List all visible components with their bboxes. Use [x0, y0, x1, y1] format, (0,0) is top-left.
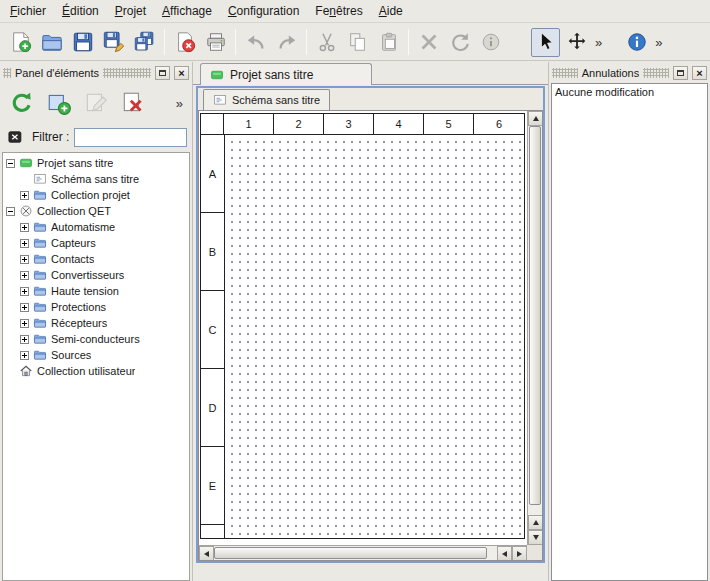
- diagram-canvas[interactable]: [225, 135, 524, 538]
- horizontal-scrollbar[interactable]: [199, 545, 527, 560]
- project-icon: [210, 68, 224, 82]
- toolbar-separator: [235, 29, 236, 55]
- save-all-button[interactable]: [130, 28, 159, 57]
- new-element-button[interactable]: [42, 86, 76, 120]
- expand-icon[interactable]: [20, 223, 29, 232]
- expand-icon[interactable]: [20, 255, 29, 264]
- clear-filter-button[interactable]: [5, 127, 27, 147]
- tree-item-protections[interactable]: Protections: [3, 299, 189, 315]
- home-icon: [19, 364, 33, 378]
- rotate-button[interactable]: [445, 28, 474, 57]
- tree-item-automatisme[interactable]: Automatisme: [3, 219, 189, 235]
- expand-icon[interactable]: [20, 351, 29, 360]
- scroll-left-button-2[interactable]: [497, 546, 512, 561]
- tree-item-convertisseurs[interactable]: Convertisseurs: [3, 267, 189, 283]
- tree-item-capteurs[interactable]: Capteurs: [3, 235, 189, 251]
- elements-toolbar-overflow-button[interactable]: »: [176, 96, 187, 111]
- scroll-left-button[interactable]: [199, 546, 214, 561]
- delete-button[interactable]: [414, 28, 443, 57]
- collapse-icon[interactable]: [6, 207, 15, 216]
- scroll-up-button[interactable]: [528, 111, 543, 126]
- vertical-scrollbar[interactable]: [527, 111, 542, 545]
- new-project-button[interactable]: [6, 28, 35, 57]
- expand-icon[interactable]: [20, 319, 29, 328]
- tree-item-schema-sans-titre[interactable]: Schéma sans titre: [3, 171, 189, 187]
- collapse-icon[interactable]: [6, 159, 15, 168]
- menu-configuration[interactable]: Configuration: [220, 1, 307, 21]
- tree-item-label: Capteurs: [51, 237, 96, 249]
- copy-button[interactable]: [343, 28, 372, 57]
- menu-affichage[interactable]: Affichage: [154, 1, 220, 21]
- delete-element-icon: [120, 90, 146, 116]
- tree-item-semi-conducteurs[interactable]: Semi-conducteurs: [3, 331, 189, 347]
- row-header: B: [201, 213, 224, 291]
- elements-panel-titlebar[interactable]: Panel d'éléments: [0, 64, 192, 82]
- undo-panel-titlebar[interactable]: Annulations: [549, 64, 710, 82]
- tree-item-collection-qet[interactable]: Collection QET: [3, 203, 189, 219]
- tree-item-sources[interactable]: Sources: [3, 347, 189, 363]
- row-header: A: [201, 135, 224, 213]
- reload-collections-button[interactable]: [5, 86, 39, 120]
- scroll-down-button[interactable]: [528, 530, 543, 545]
- close-project-button[interactable]: [170, 28, 199, 57]
- expand-icon[interactable]: [20, 287, 29, 296]
- column-header: 5: [424, 114, 474, 134]
- mode-toolbar-overflow-button[interactable]: »: [592, 28, 605, 57]
- delete-element-button[interactable]: [116, 86, 150, 120]
- tree-item-recepteurs[interactable]: Récepteurs: [3, 315, 189, 331]
- elements-panel-close-button[interactable]: [174, 66, 189, 80]
- pan-mode-button[interactable]: [562, 28, 591, 57]
- save-icon: [72, 31, 94, 53]
- vertical-scroll-thumb[interactable]: [529, 126, 541, 505]
- scroll-up-button-2[interactable]: [528, 515, 543, 530]
- element-info-button[interactable]: [476, 28, 505, 57]
- tree-item-contacts[interactable]: Contacts: [3, 251, 189, 267]
- open-folder-icon: [41, 31, 63, 53]
- menu-aide[interactable]: Aide: [371, 1, 411, 21]
- filter-input[interactable]: [74, 128, 187, 147]
- expand-icon[interactable]: [20, 303, 29, 312]
- expand-icon[interactable]: [20, 271, 29, 280]
- undo-history-list[interactable]: Aucune modification: [551, 83, 708, 581]
- open-project-button[interactable]: [37, 28, 66, 57]
- undo-button[interactable]: [241, 28, 270, 57]
- undo-panel-float-button[interactable]: [673, 66, 688, 80]
- horizontal-scroll-thumb[interactable]: [214, 547, 487, 559]
- tree-item-collection-utilisateur[interactable]: Collection utilisateur: [3, 363, 189, 379]
- menu-projet[interactable]: Projet: [107, 1, 154, 21]
- vertical-scroll-track[interactable]: [528, 126, 542, 515]
- save-button[interactable]: [68, 28, 97, 57]
- about-button[interactable]: [622, 28, 651, 57]
- tree-item-projet-sans-titre[interactable]: Projet sans titre: [3, 155, 189, 171]
- folder-icon: [33, 284, 47, 298]
- cursor-icon: [535, 31, 557, 53]
- paste-button[interactable]: [374, 28, 403, 57]
- new-doc-icon: [10, 31, 32, 53]
- cut-button[interactable]: [312, 28, 341, 57]
- scroll-right-button[interactable]: [512, 546, 527, 561]
- select-mode-button[interactable]: [531, 28, 560, 57]
- menu-fichier[interactable]: Fichier: [2, 1, 54, 21]
- save-as-button[interactable]: [99, 28, 128, 57]
- redo-button[interactable]: [272, 28, 301, 57]
- undo-panel-close-button[interactable]: [692, 66, 707, 80]
- tab-diagram[interactable]: Schéma sans titre: [203, 89, 330, 110]
- elements-tree: Projet sans titreSchéma sans titreCollec…: [2, 152, 190, 581]
- horizontal-scroll-track[interactable]: [214, 546, 497, 560]
- help-toolbar-overflow-button[interactable]: »: [652, 28, 665, 57]
- expand-icon[interactable]: [20, 335, 29, 344]
- close-icon: [178, 67, 184, 79]
- tab-project[interactable]: Projet sans titre: [200, 63, 372, 85]
- grid-header-row: 123456: [201, 114, 524, 135]
- edit-element-button[interactable]: [79, 86, 113, 120]
- diagram-view[interactable]: 123456 ABCDE: [198, 110, 543, 561]
- menu-fenetres[interactable]: Fenêtres: [307, 1, 370, 21]
- menu-edition[interactable]: Édition: [54, 1, 107, 21]
- tree-item-collection-projet[interactable]: Collection projet: [3, 187, 189, 203]
- workspace: Projet sans titre Schéma sans titre 1234…: [193, 62, 548, 581]
- expand-icon[interactable]: [20, 191, 29, 200]
- elements-panel-float-button[interactable]: [155, 66, 170, 80]
- expand-icon[interactable]: [20, 239, 29, 248]
- print-button[interactable]: [201, 28, 230, 57]
- tree-item-haute-tension[interactable]: Haute tension: [3, 283, 189, 299]
